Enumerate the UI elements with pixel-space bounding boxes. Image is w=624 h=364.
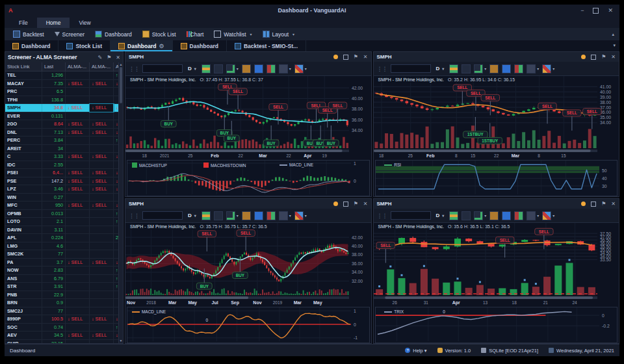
stock-link-cell[interactable]: MFC [5, 202, 42, 209]
close-icon[interactable]: ✕ [116, 55, 120, 60]
column-header-0[interactable]: Stock Link [5, 62, 42, 71]
table-row-DAVIN[interactable]: DAVIN3.11↓ SELL [5, 226, 118, 235]
toolbar-icon-wrap[interactable] [449, 64, 458, 73]
pin-icon[interactable]: ⚑ [354, 202, 358, 207]
menu-item-view[interactable]: View [70, 18, 99, 28]
table-row-SMPH[interactable]: SMPH34.8↓ SELL↓ SELL↓ SELL [5, 104, 118, 112]
toolbar-icon-wrap[interactable]: ▾ [526, 64, 539, 73]
table-row-AEV[interactable]: AEV34.5↓ SELL↓ SELL↓ SELL [5, 332, 118, 340]
toolbar-icon-wrap[interactable]: ▾ [279, 211, 291, 220]
tab-overflow-icon[interactable]: ▾ [613, 43, 616, 48]
table-row-SMC2J[interactable]: SMC2J77↓ SELL [5, 307, 118, 316]
symbol-input[interactable] [142, 64, 183, 73]
scroll-up-icon[interactable]: ▲ [120, 62, 123, 67]
toolbar-icon-wrap[interactable]: ▾ [226, 211, 239, 220]
menu-item-home[interactable]: Home [37, 18, 70, 28]
ribbon-button-backtest[interactable]: Backtest [8, 29, 49, 39]
toolbar-icon-wrap[interactable] [202, 211, 211, 220]
table-row-BRN[interactable]: BRN0.9↓ SELL [5, 299, 118, 307]
ribbon-button-stock-list[interactable]: Stock List [138, 29, 181, 39]
drag-handle[interactable]: ⋮⋮ [129, 66, 139, 72]
ribbon-button-watchlist[interactable]: Watchlist▾ [209, 29, 256, 39]
toolbar-icon-wrap[interactable] [214, 64, 223, 73]
table-row-PRC[interactable]: PRC6.5↓ SELL [5, 88, 118, 96]
stock-link-cell[interactable]: AEV [5, 332, 42, 339]
toolbar-icon-wrap[interactable]: ▾ [542, 64, 554, 73]
stock-link-cell[interactable]: DNL [5, 129, 42, 136]
stock-link-cell[interactable]: TFHI [5, 96, 42, 104]
toolbar-icon-wrap[interactable] [266, 211, 276, 220]
indicator-pane[interactable]: MACDHISTUPMACDHISTDOWNMACD_LINE10 [127, 160, 370, 196]
menu-item-file[interactable]: File [10, 18, 37, 28]
column-header-2[interactable]: ALMA-... [66, 62, 90, 71]
stock-link-cell[interactable]: APL [5, 234, 42, 242]
toolbar-icon-wrap[interactable] [489, 64, 499, 73]
toolbar-icon-wrap[interactable]: ▾ [294, 64, 307, 73]
screener-scrollbar[interactable]: ▲ ▼ [118, 62, 123, 343]
drag-handle[interactable]: ⋮⋮ [377, 213, 387, 219]
table-row-TFHI[interactable]: TFHI136.8↓ SELL [5, 96, 118, 105]
close-icon[interactable]: ✕ [363, 55, 368, 60]
toolbar-icon-wrap[interactable] [242, 211, 251, 220]
drag-handle[interactable]: ⋮⋮ [129, 213, 139, 219]
stock-link-cell[interactable]: PSEI [5, 169, 42, 177]
column-header-1[interactable]: Last [42, 62, 66, 71]
stock-link-cell[interactable]: WIN [5, 194, 42, 202]
table-row-SOC[interactable]: SOC0.74↑ 1STB...↓ SELL [5, 324, 118, 332]
scroll-down-icon[interactable]: ▼ [120, 339, 123, 343]
stock-link-cell[interactable]: CHIB [5, 340, 42, 344]
table-row-8990P[interactable]: 8990P100.5↓ SELL↓ SELL↓ SELL [5, 315, 118, 324]
stock-link-cell[interactable]: NOW [5, 266, 42, 274]
minimize-button[interactable]: − [580, 8, 584, 14]
toolbar-icon-wrap[interactable] [214, 211, 223, 220]
toolbar-icon-wrap[interactable]: ▾ [294, 211, 307, 220]
toolbar-icon-wrap[interactable]: ▾ [474, 64, 486, 73]
toolbar-icon-wrap[interactable] [449, 211, 458, 220]
indicator-pane[interactable]: MACD_LINE10-10 [127, 307, 370, 343]
stock-link-cell[interactable]: TEL [5, 72, 42, 79]
timeframe-button[interactable]: D▾ [434, 65, 447, 72]
stock-link-cell[interactable]: OPMB [5, 210, 42, 218]
table-row-DNL[interactable]: DNL7.13↓ SELL↓ SELL↓ SELL [5, 129, 118, 137]
stock-link-cell[interactable]: MACAY [5, 80, 42, 88]
toolbar-icon-wrap[interactable] [514, 64, 523, 73]
stock-link-cell[interactable]: SMPH [5, 104, 42, 112]
table-row-LOTO[interactable]: LOTO2.1↑ 1STB...↓ SELL [5, 218, 118, 226]
stock-link-cell[interactable]: PSE [5, 177, 42, 185]
toolbar-icon-wrap[interactable]: ▾ [526, 211, 539, 220]
table-row-PA[interactable]: PA3.7↓ SELL↓ SELL↓ SELL [5, 259, 118, 267]
toolbar-icon-wrap[interactable] [514, 211, 523, 220]
toolbar-icon-wrap[interactable] [202, 64, 211, 73]
table-row-PNB[interactable]: PNB22.9↓ SELL [5, 291, 118, 300]
table-row-TEL[interactable]: TEL1,296↑ 1STB...↓ SELL [5, 72, 118, 80]
symbol-input[interactable] [391, 64, 431, 73]
table-row-ANS[interactable]: ANS6.79↑ 1STB...↓ SELL [5, 275, 118, 283]
table-row-2GO[interactable]: 2GO8.64↓ SELL↓ SELL↓ SELL [5, 120, 118, 129]
column-header-3[interactable]: ALMA-... [90, 62, 114, 71]
toolbar-icon-wrap[interactable] [462, 211, 471, 220]
toolbar-icon-wrap[interactable] [242, 64, 251, 73]
toolbar-icon-wrap[interactable] [502, 211, 511, 220]
close-button[interactable]: ✕ [608, 8, 613, 14]
table-row-PSE[interactable]: PSE147.2↓ SELL↓ SELL↓ SELL [5, 177, 118, 186]
price-chart[interactable]: 41.0040.0039.0038.0037.0036.0035.0034.00… [374, 76, 619, 153]
stock-link-cell[interactable]: LMG [5, 242, 42, 250]
toolbar-icon-wrap[interactable] [462, 64, 471, 73]
table-row-WIN[interactable]: WIN0.27↓ SELL [5, 194, 118, 202]
close-icon[interactable]: ✕ [363, 202, 368, 207]
stock-link-cell[interactable]: EVER [5, 112, 42, 120]
restore-icon[interactable] [343, 202, 348, 207]
stock-link-cell[interactable]: DAVIN [5, 226, 42, 234]
column-header-4[interactable]: ALMA-... [114, 62, 118, 71]
stock-link-cell[interactable]: SMC2J [5, 307, 42, 315]
status-item-calendar-icon[interactable]: Wednesday, April 21, 2021 [549, 348, 614, 354]
table-row-SMC2K[interactable]: SMC2K77↓ SELL [5, 250, 118, 259]
table-row-LPZ[interactable]: LPZ3.46↓ SELL↓ SELL↓ SELL [5, 185, 118, 194]
price-chart[interactable]: 37.5037.0036.5036.0035.5035.0034.5034.00… [374, 223, 619, 300]
tab-dashboard[interactable]: Dashboard [5, 40, 58, 51]
indicator-pane[interactable]: TRIX0-0.20 [375, 307, 618, 343]
toolbar-icon-wrap[interactable] [254, 211, 263, 220]
drag-handle[interactable]: ⋮⋮ [377, 66, 387, 72]
table-row-C[interactable]: C3.33↓ SELL↓ SELL↓ SELL [5, 153, 118, 161]
tab-stock-list[interactable]: Stock List [58, 40, 110, 51]
